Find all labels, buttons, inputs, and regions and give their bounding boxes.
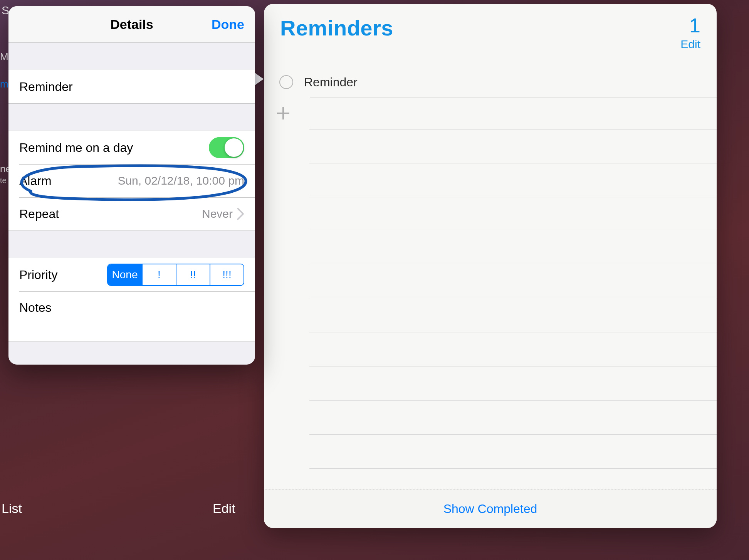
spacer — [8, 43, 255, 70]
reminders-footer: Show Completed — [264, 489, 717, 528]
priority-option-medium[interactable]: !! — [176, 264, 210, 285]
details-popover: Details Done Reminder Remind me on a day… — [8, 6, 255, 365]
priority-option-low[interactable]: ! — [142, 264, 176, 285]
priority-option-none[interactable]: None — [108, 264, 142, 285]
alarm-row[interactable]: Alarm Sun, 02/12/18, 10:00 pm — [8, 164, 255, 197]
schedule-group: Remind me on a day Alarm Sun, 02/12/18, … — [8, 131, 255, 231]
ruled-line — [264, 367, 717, 401]
remind-on-day-toggle[interactable] — [209, 137, 244, 158]
ruled-line — [264, 333, 717, 367]
priority-row: Priority None ! !! !!! — [8, 258, 255, 291]
notes-field[interactable]: Notes — [8, 291, 255, 341]
plus-icon[interactable] — [275, 106, 291, 121]
alarm-label: Alarm — [19, 174, 52, 188]
reminders-title: Reminders — [280, 15, 393, 40]
priority-segmented-control[interactable]: None ! !! !!! — [107, 264, 244, 286]
repeat-label: Repeat — [19, 207, 59, 221]
bg-search-fragment: S — [2, 4, 9, 17]
spacer — [8, 104, 255, 131]
reminders-header: Reminders 1 Edit — [264, 4, 717, 51]
ruled-line — [264, 231, 717, 265]
details-title: Details — [110, 17, 153, 32]
done-button[interactable]: Done — [212, 6, 244, 43]
add-reminder-row[interactable] — [264, 98, 717, 129]
bg-letter-te: te — [0, 176, 7, 185]
ruled-line — [264, 163, 717, 197]
reminders-edit-button[interactable]: Edit — [680, 38, 700, 51]
reminder-title-value: Reminder — [19, 80, 73, 94]
empty-ruled-lines — [264, 129, 717, 469]
reminders-count: 1 — [680, 15, 700, 35]
notes-label: Notes — [19, 301, 52, 315]
bg-letter-m: M — [0, 51, 8, 63]
repeat-row[interactable]: Repeat Never — [8, 197, 255, 230]
priority-notes-group: Priority None ! !! !!! Notes — [8, 258, 255, 342]
ruled-line — [264, 265, 717, 299]
spacer — [8, 231, 255, 258]
reminder-title-field[interactable]: Reminder — [8, 70, 255, 103]
bg-letter-m-blue: m — [0, 78, 8, 90]
priority-option-high[interactable]: !!! — [210, 264, 244, 285]
chevron-right-icon — [237, 208, 244, 220]
toggle-knob — [225, 138, 243, 157]
remind-on-day-label: Remind me on a day — [19, 141, 133, 155]
reminder-text[interactable]: Reminder — [304, 75, 358, 89]
ruled-line — [264, 435, 717, 469]
title-group: Reminder — [8, 70, 255, 104]
repeat-value: Never — [202, 207, 233, 220]
bg-edit-label[interactable]: Edit — [213, 501, 235, 516]
ruled-line — [264, 299, 717, 333]
ruled-line — [264, 197, 717, 231]
ruled-line — [264, 401, 717, 435]
bg-add-list-label[interactable]: List — [2, 501, 22, 516]
details-header: Details Done — [8, 6, 255, 43]
reminder-row[interactable]: Reminder — [283, 66, 717, 98]
priority-label: Priority — [19, 268, 58, 282]
reminders-list: Reminder — [264, 66, 717, 469]
reminders-list-card: Reminders 1 Edit Reminder — [264, 4, 717, 528]
show-completed-button[interactable]: Show Completed — [443, 502, 537, 516]
ruled-line — [264, 129, 717, 163]
remind-on-day-row: Remind me on a day — [8, 131, 255, 164]
reminder-complete-circle[interactable] — [279, 75, 293, 89]
alarm-value: Sun, 02/12/18, 10:00 pm — [118, 174, 244, 187]
